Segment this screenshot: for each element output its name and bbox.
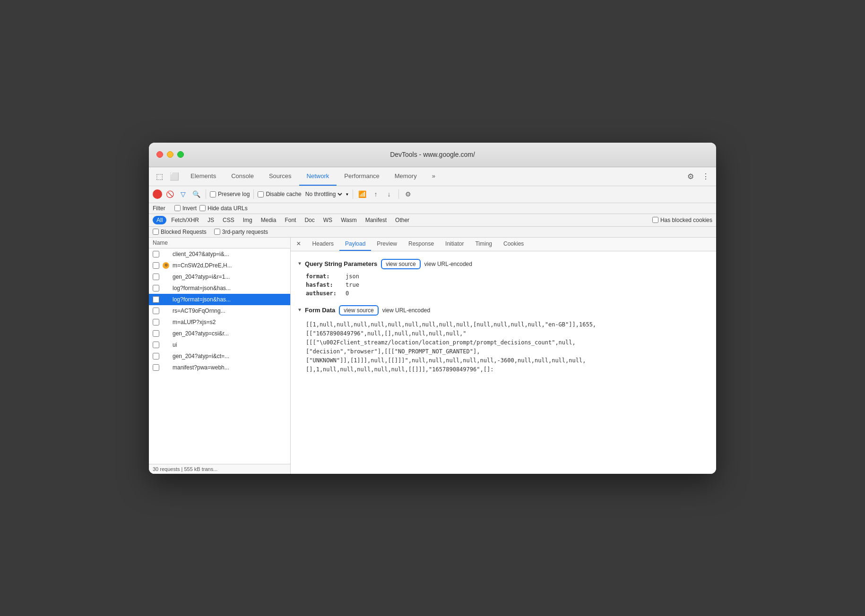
list-item-checkbox[interactable] [153, 342, 159, 348]
filter-btn-manifest[interactable]: Manifest [362, 216, 390, 224]
list-item[interactable]: manifest?pwa=webh... [149, 362, 290, 373]
tab-console[interactable]: Console [224, 167, 261, 186]
filter-btn-wasm[interactable]: Wasm [337, 216, 361, 224]
tab-headers[interactable]: Headers [307, 238, 339, 251]
tab-memory[interactable]: Memory [387, 167, 424, 186]
list-item-selected[interactable]: log?format=json&has... [149, 294, 290, 305]
tab-network[interactable]: Network [299, 167, 337, 186]
third-party-checkbox[interactable] [214, 229, 220, 235]
download-icon[interactable]: ↓ [383, 188, 395, 200]
search-icon[interactable]: 🔍 [190, 188, 202, 200]
list-item[interactable]: gen_204?atyp=i&r=1... [149, 271, 290, 282]
list-item[interactable]: rs=ACT9oFqOrnng... [149, 305, 290, 317]
maximize-button[interactable] [177, 151, 184, 158]
list-item-checkbox[interactable] [153, 296, 159, 303]
list-item-checkbox[interactable] [153, 274, 159, 280]
list-item-checkbox[interactable] [153, 251, 159, 257]
list-item[interactable]: ui [149, 339, 290, 351]
tab-response[interactable]: Response [403, 238, 440, 251]
list-item-icon [162, 250, 170, 258]
traffic-lights [156, 151, 184, 158]
hide-data-urls-checkbox[interactable] [199, 205, 206, 211]
third-party-label[interactable]: 3rd-party requests [214, 229, 268, 235]
list-item[interactable]: m=aLUfP?xjs=s2 [149, 317, 290, 328]
param-row-hasfast: hasfast: true [298, 281, 709, 289]
upload-icon[interactable]: ↑ [370, 188, 381, 200]
list-item[interactable]: gen_204?atyp=i&ct=... [149, 351, 290, 362]
list-item-name: log?format=json&has... [173, 296, 286, 303]
list-item-name: ui [173, 342, 286, 348]
tab-cookies[interactable]: Cookies [498, 238, 529, 251]
tab-performance[interactable]: Performance [337, 167, 387, 186]
tab-elements[interactable]: Elements [183, 167, 224, 186]
view-url-encoded-button-form[interactable]: view URL-encoded [382, 307, 430, 314]
form-data-content: [[1,null,null,null,null,null,null,null,n… [298, 318, 709, 376]
minimize-button[interactable] [167, 151, 173, 158]
filter-right: Has blocked cookies [652, 217, 712, 223]
blocked-requests-label[interactable]: Blocked Requests [153, 229, 207, 235]
blocked-requests-checkbox[interactable] [153, 229, 159, 235]
divider-4 [398, 189, 399, 199]
record-button[interactable] [153, 189, 162, 199]
param-row-authuser: authuser: 0 [298, 289, 709, 298]
panel-close-button[interactable]: × [293, 238, 305, 250]
filter-btn-font[interactable]: Font [281, 216, 300, 224]
disable-cache-label[interactable]: Disable cache [258, 191, 301, 197]
invert-label[interactable]: Invert [174, 205, 197, 212]
invert-checkbox[interactable] [174, 205, 181, 211]
view-source-button-form[interactable]: view source [339, 305, 378, 316]
filter-btn-media[interactable]: Media [257, 216, 280, 224]
filter-btn-fetch[interactable]: Fetch/XHR [167, 216, 203, 224]
close-button[interactable] [156, 151, 163, 158]
filter-btn-js[interactable]: JS [204, 216, 218, 224]
list-item-checkbox[interactable] [153, 364, 159, 371]
tab-sources[interactable]: Sources [261, 167, 299, 186]
filter-btn-img[interactable]: Img [239, 216, 256, 224]
list-item-name: gen_204?atyp=i&r=1... [173, 274, 286, 280]
list-item-checkbox[interactable] [153, 285, 159, 291]
tab-preview[interactable]: Preview [371, 238, 403, 251]
list-item[interactable]: ⚙ m=CnSW2d,DPreE,H... [149, 260, 290, 271]
tab-more[interactable]: » [424, 167, 443, 186]
device-icon[interactable]: ⬜ [168, 170, 181, 183]
has-blocked-cookies-label[interactable]: Has blocked cookies [652, 217, 712, 223]
list-item[interactable]: log?format=json&has... [149, 282, 290, 294]
tab-payload[interactable]: Payload [339, 238, 371, 251]
disable-cache-checkbox[interactable] [258, 191, 264, 197]
list-item[interactable]: client_204?&atyp=i&... [149, 248, 290, 260]
more-options-icon[interactable]: ⋮ [699, 170, 712, 183]
list-item-checkbox[interactable] [153, 308, 159, 314]
filter-btn-all[interactable]: All [153, 216, 166, 224]
has-blocked-cookies-checkbox[interactable] [652, 217, 658, 223]
list-item-checkbox[interactable] [153, 330, 159, 337]
list-item-checkbox[interactable] [153, 353, 159, 359]
list-item-icon [162, 307, 170, 315]
preserve-log-label[interactable]: Preserve log [210, 191, 250, 197]
window-title: DevTools - www.google.com/ [390, 151, 475, 158]
network-settings-icon[interactable]: ⚙ [403, 188, 414, 200]
preserve-log-checkbox[interactable] [210, 191, 216, 197]
view-source-button-query[interactable]: view source [381, 259, 420, 269]
wifi-icon[interactable]: 📶 [357, 188, 368, 200]
clear-icon[interactable]: 🚫 [164, 188, 175, 200]
list-item[interactable]: gen_204?atyp=csi&r... [149, 328, 290, 339]
filter-btn-ws[interactable]: WS [320, 216, 336, 224]
tab-timing[interactable]: Timing [469, 238, 498, 251]
cursor-icon[interactable]: ⬚ [153, 170, 166, 183]
tab-initiator[interactable]: Initiator [440, 238, 469, 251]
list-item-checkbox[interactable] [153, 319, 159, 325]
filter-icon[interactable]: ▽ [177, 188, 189, 200]
param-key: format: [306, 273, 344, 280]
filter-btn-doc[interactable]: Doc [301, 216, 318, 224]
filter-btn-css[interactable]: CSS [219, 216, 238, 224]
throttle-select[interactable]: No throttling [303, 190, 344, 198]
hide-data-urls-label[interactable]: Hide data URLs [199, 205, 248, 212]
query-string-section-header: ▼ Query String Parameters view source vi… [298, 259, 709, 269]
list-item-name: gen_204?atyp=i&ct=... [173, 353, 286, 359]
view-url-encoded-button-query[interactable]: view URL-encoded [424, 261, 472, 267]
list-item-checkbox[interactable] [153, 262, 159, 269]
filter-btn-other[interactable]: Other [391, 216, 413, 224]
divider-2 [253, 189, 254, 199]
settings-icon[interactable]: ⚙ [684, 170, 697, 183]
panel-tab-bar: × Headers Payload Preview Response Initi… [291, 238, 716, 251]
